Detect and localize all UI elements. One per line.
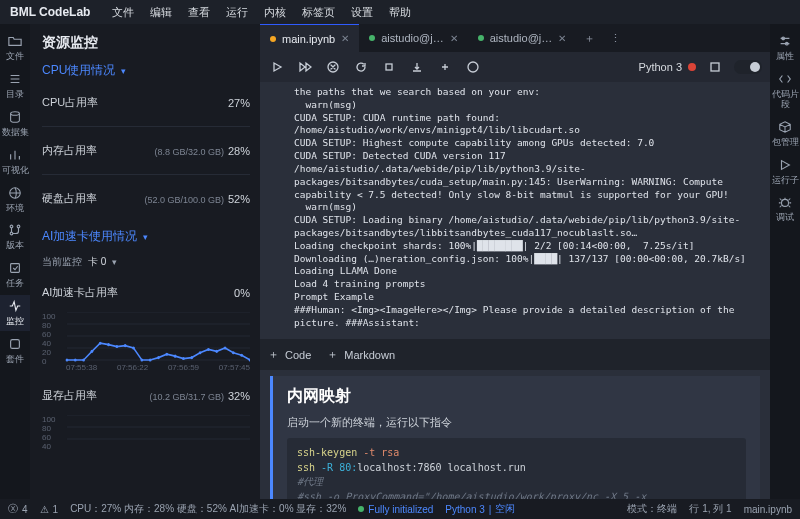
svg-point-3 xyxy=(10,233,13,236)
svg-point-23 xyxy=(157,356,160,359)
disk-detail: (52.0 GB/100.0 GB) xyxy=(144,195,224,205)
menu-kernel[interactable]: 内核 xyxy=(264,5,286,20)
warning-icon: ⚠ xyxy=(40,504,49,515)
svg-point-26 xyxy=(182,357,185,360)
chart-svg xyxy=(42,415,250,451)
tab-terminal-2[interactable]: aistudio@j… ✕ xyxy=(468,24,577,52)
chart-x-labels: 07:55:38 07:56:22 07:56:59 07:57:45 xyxy=(66,363,250,372)
status-resources[interactable]: CPU：27% 内存：28% 硬盘：52% AI加速卡：0% 显存：32% xyxy=(70,502,346,516)
tab-main[interactable]: main.ipynb ✕ xyxy=(260,24,359,52)
run-button[interactable] xyxy=(268,58,286,76)
status-errors[interactable]: ⓧ4 xyxy=(8,502,28,516)
status-init[interactable]: Fully initialized xyxy=(358,504,433,515)
close-icon[interactable]: ✕ xyxy=(450,33,458,44)
add-markdown-cell[interactable]: ＋Markdown xyxy=(327,347,395,362)
card-select[interactable]: 卡 0 xyxy=(88,255,106,269)
activity-plugin[interactable]: 套件 xyxy=(0,333,30,369)
activity-packages[interactable]: 包管理 xyxy=(770,116,800,152)
menu-settings[interactable]: 设置 xyxy=(351,5,373,20)
status-kernel[interactable]: Python 3 | 空闲 xyxy=(445,502,515,516)
activity-properties[interactable]: 属性 xyxy=(770,30,800,66)
menu-edit[interactable]: 编辑 xyxy=(150,5,172,20)
activity-env[interactable]: 环境 xyxy=(0,182,30,218)
kernel-selector[interactable]: Python 3 xyxy=(639,61,696,73)
current-monitor-row: 当前监控 卡 0 ▾ xyxy=(42,255,250,269)
notebook-body[interactable]: the paths that we search based on your e… xyxy=(260,82,770,499)
activity-snippets[interactable]: 代码片段 xyxy=(770,68,800,114)
svg-rect-41 xyxy=(711,63,719,71)
menu-file[interactable]: 文件 xyxy=(112,5,134,20)
code-icon xyxy=(778,72,792,88)
list-icon xyxy=(8,72,22,88)
menu-tabs[interactable]: 标签页 xyxy=(302,5,335,20)
activity-toc[interactable]: 目录 xyxy=(0,68,30,104)
chevron-down-icon: ▾ xyxy=(112,257,117,267)
vram-detail: (10.2 GB/31.7 GB) xyxy=(149,392,224,402)
svg-point-24 xyxy=(165,353,168,356)
restart-button[interactable] xyxy=(352,58,370,76)
output-cell: the paths that we search based on your e… xyxy=(260,82,770,339)
tab-label: aistudio@j… xyxy=(381,32,444,44)
svg-point-12 xyxy=(66,358,69,361)
markdown-cell[interactable]: 内网映射 启动一个新的终端，运行以下指令 ssh-keygen -t rsa s… xyxy=(270,376,760,499)
status-warnings[interactable]: ⚠1 xyxy=(40,504,59,515)
menu-view[interactable]: 查看 xyxy=(188,5,210,20)
svg-point-15 xyxy=(91,350,94,353)
mem-value: 28% xyxy=(228,145,250,157)
svg-point-19 xyxy=(124,344,127,347)
status-lncol[interactable]: 行 1, 列 1 xyxy=(689,502,731,516)
package-icon xyxy=(778,120,792,136)
monitor-icon xyxy=(8,299,22,315)
stop-button[interactable] xyxy=(380,58,398,76)
menu-help[interactable]: 帮助 xyxy=(389,5,411,20)
download-button[interactable] xyxy=(408,58,426,76)
run-icon xyxy=(778,158,792,174)
task-icon xyxy=(8,261,22,277)
sliders-icon xyxy=(778,34,792,50)
add-code-cell[interactable]: ＋Code xyxy=(268,347,311,362)
cpu-section-header[interactable]: CPU使用情况 ▾ xyxy=(42,62,250,79)
plus-icon: ＋ xyxy=(327,347,338,362)
fullscreen-toggle[interactable] xyxy=(734,60,762,74)
svg-rect-5 xyxy=(11,264,20,273)
more-button[interactable] xyxy=(464,58,482,76)
vram-value: 32% xyxy=(228,390,250,402)
close-icon[interactable]: ✕ xyxy=(558,33,566,44)
section-label: AI加速卡使用情况 xyxy=(42,228,137,245)
interrupt-button[interactable] xyxy=(324,58,342,76)
menu-run[interactable]: 运行 xyxy=(226,5,248,20)
activity-tasks[interactable]: 任务 xyxy=(0,257,30,293)
tab-label: aistudio@j… xyxy=(490,32,553,44)
close-icon[interactable]: ✕ xyxy=(341,33,349,44)
svg-point-16 xyxy=(99,342,102,345)
activity-dataset[interactable]: 数据集 xyxy=(0,106,30,142)
activity-debug[interactable]: 调试 xyxy=(770,191,800,227)
tab-terminal-1[interactable]: aistudio@j… ✕ xyxy=(359,24,468,52)
section-label: CPU使用情况 xyxy=(42,62,115,79)
add-cell-bar: ＋Code ＋Markdown xyxy=(260,339,770,370)
status-file[interactable]: main.ipynb xyxy=(744,504,792,515)
top-menu-bar: BML CodeLab 文件 编辑 查看 运行 内核 标签页 设置 帮助 xyxy=(0,0,800,24)
status-mode[interactable]: 模式：终端 xyxy=(627,502,677,516)
activity-files[interactable]: 文件 xyxy=(0,30,30,66)
gpu-util-label: AI加速卡占用率 xyxy=(42,285,118,300)
activity-version[interactable]: 版本 xyxy=(0,219,30,255)
brand: BML CodeLab xyxy=(10,5,90,19)
add-cell-button[interactable] xyxy=(436,58,454,76)
mem-detail: (8.8 GB/32.0 GB) xyxy=(154,147,224,157)
tab-more-button[interactable]: ⋮ xyxy=(602,24,628,52)
tab-bar: main.ipynb ✕ aistudio@j… ✕ aistudio@j… ✕… xyxy=(260,24,770,52)
gpu-section-header[interactable]: AI加速卡使用情况 ▾ xyxy=(42,228,250,245)
expand-button[interactable] xyxy=(706,58,724,76)
mem-label: 内存占用率 xyxy=(42,143,97,158)
cpu-metric-row: CPU占用率 27% xyxy=(42,89,250,116)
activity-visualize[interactable]: 可视化 xyxy=(0,144,30,180)
tab-add-button[interactable]: ＋ xyxy=(576,24,602,52)
run-all-button[interactable] xyxy=(296,58,314,76)
gpu-util-value: 0% xyxy=(234,287,250,299)
svg-point-28 xyxy=(199,351,202,354)
activity-monitor[interactable]: 监控 xyxy=(0,295,30,331)
activity-run[interactable]: 运行子 xyxy=(770,154,800,190)
cpu-label: CPU占用率 xyxy=(42,95,98,110)
md-subtitle: 启动一个新的终端，运行以下指令 xyxy=(287,415,746,430)
